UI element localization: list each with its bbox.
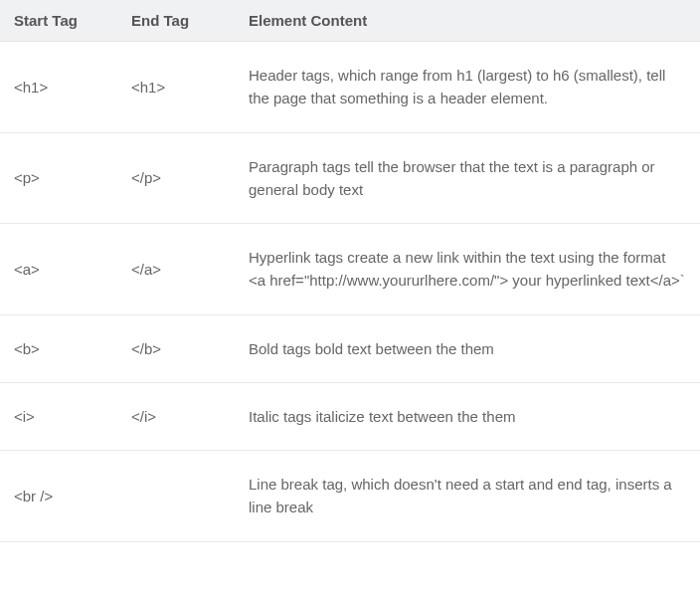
cell-end-tag: </i> [117, 382, 235, 450]
html-tags-table: Start Tag End Tag Element Content <h1> <… [0, 0, 700, 542]
header-element-content: Element Content [235, 0, 700, 42]
cell-description: Line break tag, which doesn't need a sta… [235, 451, 700, 542]
cell-end-tag: </a> [117, 224, 235, 315]
cell-description: Hyperlink tags create a new link within … [235, 224, 700, 315]
cell-description: Paragraph tags tell the browser that the… [235, 132, 700, 224]
header-end-tag: End Tag [117, 0, 235, 42]
cell-description: Bold tags bold text between the them [235, 314, 700, 382]
cell-end-tag: </p> [117, 132, 235, 224]
table-row: <h1> <h1> Header tags, which range from … [0, 42, 700, 133]
table-row: <a> </a> Hyperlink tags create a new lin… [0, 224, 700, 315]
cell-start-tag: <i> [0, 382, 117, 450]
header-start-tag: Start Tag [0, 0, 117, 42]
cell-description: Header tags, which range from h1 (larges… [235, 42, 700, 133]
table-header-row: Start Tag End Tag Element Content [0, 0, 700, 42]
cell-end-tag: </b> [117, 314, 235, 382]
cell-end-tag: <h1> [117, 42, 235, 133]
table-row: <br /> Line break tag, which doesn't nee… [0, 451, 700, 542]
cell-start-tag: <p> [0, 132, 117, 224]
cell-end-tag [117, 451, 235, 542]
table-row: <p> </p> Paragraph tags tell the browser… [0, 132, 700, 224]
cell-start-tag: <a> [0, 224, 117, 315]
cell-start-tag: <h1> [0, 42, 117, 133]
cell-start-tag: <b> [0, 314, 117, 382]
table-row: <i> </i> Italic tags italicize text betw… [0, 382, 700, 450]
table-row: <b> </b> Bold tags bold text between the… [0, 314, 700, 382]
cell-start-tag: <br /> [0, 451, 117, 542]
cell-description: Italic tags italicize text between the t… [235, 382, 700, 450]
